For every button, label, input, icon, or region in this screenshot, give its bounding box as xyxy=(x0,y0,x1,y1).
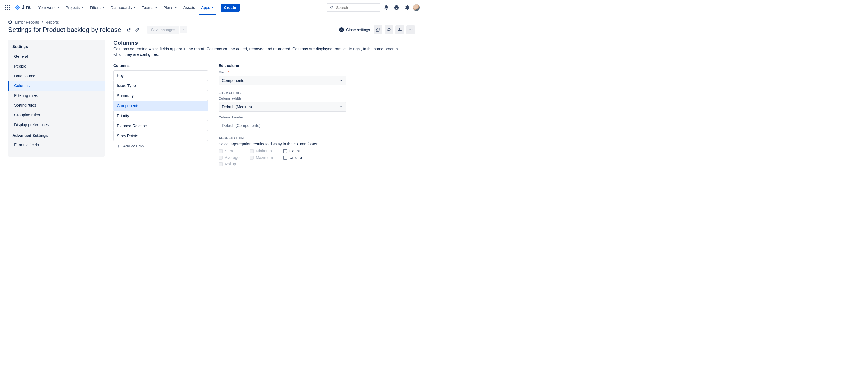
svg-rect-0 xyxy=(5,5,6,6)
checkbox-icon xyxy=(219,156,223,160)
column-header-input[interactable]: Default (Components) xyxy=(219,121,346,130)
link-icon[interactable] xyxy=(134,26,141,33)
save-more-button[interactable] xyxy=(180,26,187,33)
checkbox-icon xyxy=(283,149,287,153)
checkbox-icon xyxy=(250,156,254,160)
field-label: Field* xyxy=(219,70,346,74)
sidebar-item-filtering-rules[interactable]: Filtering rules xyxy=(8,91,105,100)
chevron-down-icon xyxy=(155,6,158,9)
app-switcher-icon[interactable] xyxy=(3,3,12,12)
user-avatar[interactable] xyxy=(413,4,420,11)
nav-item-your-work[interactable]: Your work xyxy=(35,4,62,11)
checkbox-icon xyxy=(219,149,223,153)
formatting-section-label: FORMATTING xyxy=(219,91,346,95)
agg-checkbox-count[interactable]: Count xyxy=(283,149,316,153)
svg-rect-7 xyxy=(7,9,8,10)
field-select[interactable]: Components xyxy=(219,76,346,86)
sidebar-advanced-heading: Advanced Settings xyxy=(8,130,105,140)
jira-logo-icon xyxy=(14,5,21,10)
svg-point-23 xyxy=(412,30,412,30)
column-row-summary[interactable]: Summary xyxy=(113,91,208,101)
aggregation-section-label: AGGREGATION xyxy=(219,136,346,140)
column-row-story-points[interactable]: Story Points xyxy=(113,131,208,141)
cloud-download-icon[interactable] xyxy=(384,26,393,34)
svg-point-18 xyxy=(399,29,400,29)
add-column-button[interactable]: Add column xyxy=(113,141,208,152)
agg-checkbox-minimum: Minimum xyxy=(250,149,282,153)
checkbox-icon xyxy=(250,149,254,153)
sidebar-item-formula-fields[interactable]: Formula fields xyxy=(8,140,105,149)
search-icon xyxy=(330,5,334,9)
project-icon xyxy=(8,20,12,24)
close-icon xyxy=(339,27,344,32)
nav-item-dashboards[interactable]: Dashboards xyxy=(108,4,138,11)
nav-item-projects[interactable]: Projects xyxy=(63,4,87,11)
top-nav: Jira Your workProjectsFiltersDashboardsT… xyxy=(0,0,423,15)
page-title: Settings for Product backlog by release xyxy=(8,26,121,34)
agg-checkbox-average: Average xyxy=(219,155,248,160)
help-icon[interactable]: ? xyxy=(392,3,401,12)
jira-logo[interactable]: Jira xyxy=(12,5,33,10)
checkbox-icon xyxy=(283,156,287,160)
breadcrumb-project[interactable]: Limbr Reports xyxy=(15,20,39,24)
column-row-key[interactable]: Key xyxy=(113,70,208,81)
svg-point-20 xyxy=(400,30,401,31)
panel-heading: Columns xyxy=(113,40,415,46)
search-input[interactable] xyxy=(336,5,377,10)
column-row-priority[interactable]: Priority xyxy=(113,111,208,121)
chevron-down-icon xyxy=(175,6,177,9)
breadcrumb-section[interactable]: Reports xyxy=(45,20,59,24)
nav-item-filters[interactable]: Filters xyxy=(87,4,107,11)
column-row-issue-type[interactable]: Issue Type xyxy=(113,80,208,91)
settings-sidebar: Settings GeneralPeopleData sourceColumns… xyxy=(8,40,105,157)
sidebar-item-people[interactable]: People xyxy=(8,61,105,71)
nav-item-assets[interactable]: Assets xyxy=(181,4,198,11)
column-row-components[interactable]: Components xyxy=(113,101,208,111)
width-label: Column width xyxy=(219,97,346,101)
jira-logo-text: Jira xyxy=(22,5,31,10)
chevron-down-icon xyxy=(340,105,343,108)
column-width-select[interactable]: Default (Medium) xyxy=(219,102,346,112)
aggregation-lead: Select aggregation results to display in… xyxy=(219,142,346,146)
nav-item-apps[interactable]: Apps xyxy=(198,4,217,11)
breadcrumb: Limbr Reports / Reports xyxy=(8,20,415,24)
column-row-planned-release[interactable]: Planned Release xyxy=(113,121,208,131)
svg-line-10 xyxy=(333,8,333,9)
svg-point-21 xyxy=(409,30,410,30)
svg-point-9 xyxy=(331,6,333,8)
sidebar-item-sorting-rules[interactable]: Sorting rules xyxy=(8,100,105,110)
sliders-icon[interactable] xyxy=(396,26,404,34)
close-settings-button[interactable]: Close settings xyxy=(337,26,372,33)
notifications-icon[interactable] xyxy=(382,3,391,12)
search-box[interactable] xyxy=(327,3,380,12)
agg-checkbox-rollup: Rollup xyxy=(219,162,248,166)
sidebar-item-general[interactable]: General xyxy=(8,52,105,61)
plus-icon xyxy=(116,144,120,148)
nav-item-teams[interactable]: Teams xyxy=(139,4,160,11)
header-label: Column header xyxy=(219,115,346,119)
chevron-down-icon xyxy=(102,6,105,9)
open-external-icon[interactable] xyxy=(126,26,133,33)
chevron-down-icon xyxy=(133,6,136,9)
svg-rect-2 xyxy=(9,5,10,6)
svg-rect-4 xyxy=(7,7,8,8)
svg-rect-6 xyxy=(5,9,6,10)
sidebar-item-columns[interactable]: Columns xyxy=(8,81,105,91)
save-button[interactable]: Save changes xyxy=(147,26,179,34)
nav-item-plans[interactable]: Plans xyxy=(161,4,180,11)
sidebar-item-display-preferences[interactable]: Display preferences xyxy=(8,120,105,130)
edit-column-heading: Edit column xyxy=(219,63,346,68)
agg-checkbox-maximum: Maximum xyxy=(250,155,282,160)
create-button[interactable]: Create xyxy=(220,3,239,12)
settings-gear-icon[interactable] xyxy=(403,3,411,12)
chevron-down-icon xyxy=(81,6,84,9)
chevron-down-icon xyxy=(57,6,60,9)
agg-checkbox-unique[interactable]: Unique xyxy=(283,155,316,160)
svg-point-22 xyxy=(410,30,411,30)
sidebar-item-grouping-rules[interactable]: Grouping rules xyxy=(8,110,105,120)
sidebar-item-data-source[interactable]: Data source xyxy=(8,71,105,81)
more-icon[interactable] xyxy=(406,26,415,34)
agg-checkbox-sum: Sum xyxy=(219,149,248,153)
svg-rect-3 xyxy=(5,7,6,8)
refresh-icon[interactable] xyxy=(374,26,382,34)
